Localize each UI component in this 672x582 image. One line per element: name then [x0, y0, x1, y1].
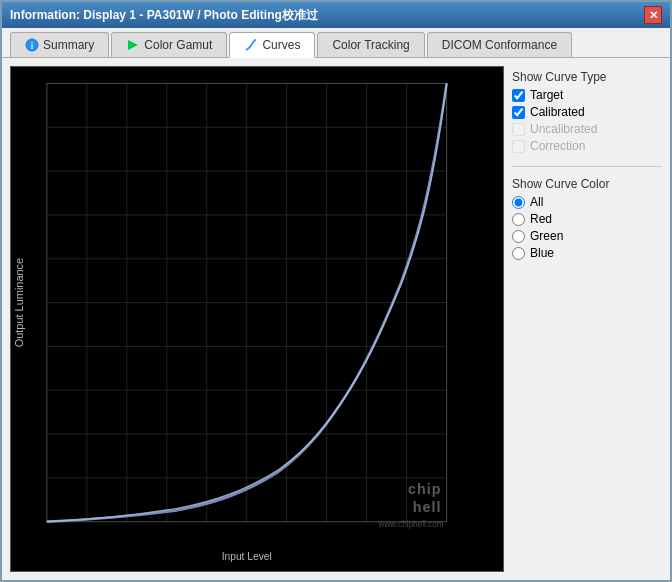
radio-red-label: Red [530, 212, 552, 226]
main-window: Information: Display 1 - PA301W / Photo … [0, 0, 672, 582]
window-title: Information: Display 1 - PA301W / Photo … [10, 7, 318, 24]
radio-red-input[interactable] [512, 213, 525, 226]
radio-blue-input[interactable] [512, 247, 525, 260]
radio-green: Green [512, 229, 662, 243]
curve-type-section: Show Curve Type Target Calibrated Uncali… [512, 70, 662, 156]
svg-text:hell: hell [413, 498, 442, 515]
radio-green-input[interactable] [512, 230, 525, 243]
content-area: + − [2, 58, 670, 580]
side-panel: Show Curve Type Target Calibrated Uncali… [512, 66, 662, 572]
tab-curves[interactable]: Curves [229, 32, 315, 58]
tab-color-tracking[interactable]: Color Tracking [317, 32, 424, 57]
tabs-bar: i Summary Color Gamut Curves Color Track… [2, 28, 670, 58]
svg-text:Output Luminance: Output Luminance [14, 258, 26, 348]
checkbox-uncalibrated-input[interactable] [512, 123, 525, 136]
svg-marker-2 [128, 40, 138, 50]
radio-all-label: All [530, 195, 543, 209]
checkbox-target-label: Target [530, 88, 563, 102]
tab-summary[interactable]: i Summary [10, 32, 109, 57]
radio-all-input[interactable] [512, 196, 525, 209]
tab-curves-label: Curves [262, 38, 300, 52]
radio-green-label: Green [530, 229, 563, 243]
title-bar: Information: Display 1 - PA301W / Photo … [2, 2, 670, 28]
divider [512, 166, 662, 167]
tab-dicom-conformance[interactable]: DICOM Conformance [427, 32, 572, 57]
chart-container: + − [10, 66, 504, 572]
curve-color-title: Show Curve Color [512, 177, 662, 191]
tab-color-tracking-label: Color Tracking [332, 38, 409, 52]
radio-all: All [512, 195, 662, 209]
chart-svg: Output Luminance Input Level chip hell w… [11, 67, 503, 571]
checkbox-correction-label: Correction [530, 139, 585, 153]
radio-red: Red [512, 212, 662, 226]
tab-summary-label: Summary [43, 38, 94, 52]
radio-blue-label: Blue [530, 246, 554, 260]
svg-text:Input Level: Input Level [222, 550, 272, 562]
svg-text:chip: chip [408, 481, 442, 498]
close-button[interactable]: ✕ [644, 6, 662, 24]
tab-color-gamut-label: Color Gamut [144, 38, 212, 52]
curve-color-section: Show Curve Color All Red Green Blue [512, 177, 662, 263]
checkbox-uncalibrated: Uncalibrated [512, 122, 662, 136]
checkbox-target: Target [512, 88, 662, 102]
checkbox-correction: Correction [512, 139, 662, 153]
svg-text:i: i [31, 41, 34, 51]
checkbox-calibrated: Calibrated [512, 105, 662, 119]
tab-dicom-conformance-label: DICOM Conformance [442, 38, 557, 52]
radio-blue: Blue [512, 246, 662, 260]
curves-icon [244, 38, 258, 52]
checkbox-correction-input[interactable] [512, 140, 525, 153]
info-icon: i [25, 38, 39, 52]
curve-type-title: Show Curve Type [512, 70, 662, 84]
checkbox-calibrated-label: Calibrated [530, 105, 585, 119]
checkbox-uncalibrated-label: Uncalibrated [530, 122, 597, 136]
svg-text:www.chiphell.com: www.chiphell.com [378, 519, 444, 529]
checkbox-target-input[interactable] [512, 89, 525, 102]
checkbox-calibrated-input[interactable] [512, 106, 525, 119]
tab-color-gamut[interactable]: Color Gamut [111, 32, 227, 57]
play-icon [126, 38, 140, 52]
